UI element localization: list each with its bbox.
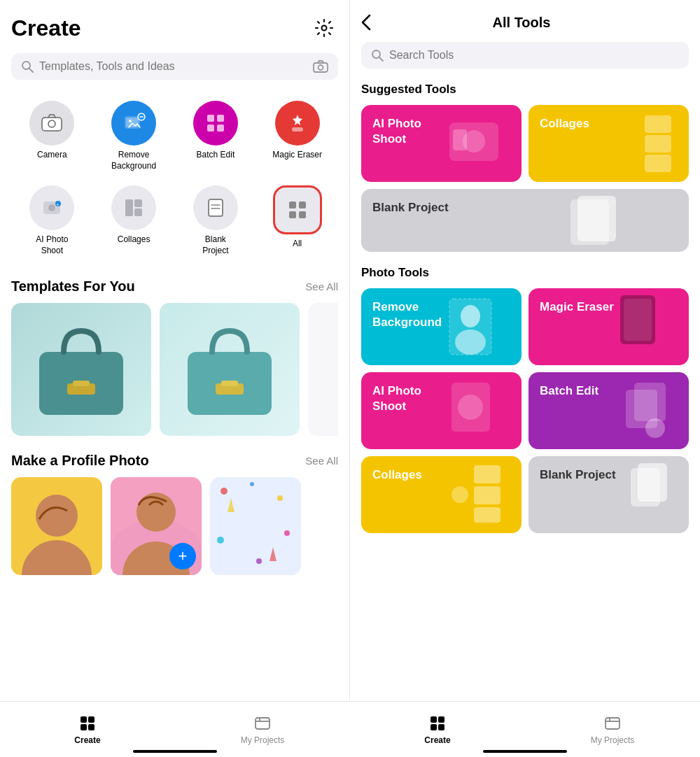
- svg-rect-15: [217, 125, 224, 132]
- back-button[interactable]: [361, 14, 371, 31]
- svg-point-73: [458, 395, 483, 420]
- collages-2-card-label: Collages: [372, 467, 422, 483]
- all-tool-icon: [273, 185, 322, 234]
- tool-ai-photo-shoot[interactable]: + AI PhotoShoot: [11, 180, 93, 262]
- collages-2-svg: [446, 460, 509, 530]
- right-create-nav-icon: [428, 714, 447, 733]
- svg-rect-33: [73, 381, 90, 386]
- profile-see-all[interactable]: See All: [305, 455, 338, 467]
- projects-nav-label: My Projects: [241, 735, 285, 745]
- create-nav-label: Create: [74, 735, 100, 745]
- ai-photo-shoot-label: AI PhotoShoot: [36, 234, 68, 256]
- search-icon: [21, 60, 34, 73]
- photo-magic-eraser[interactable]: Magic Eraser: [528, 288, 689, 365]
- remove-bg-svg: [122, 111, 146, 135]
- svg-rect-85: [430, 724, 437, 730]
- ai-photo-shoot-2-svg: [446, 376, 509, 446]
- template-card-2[interactable]: [160, 303, 300, 436]
- suggested-collages[interactable]: Collages: [528, 105, 689, 182]
- blank-project-icon: [193, 185, 238, 230]
- svg-rect-30: [299, 211, 306, 218]
- right-home-indicator: [483, 746, 567, 753]
- tool-magic-eraser[interactable]: Magic Eraser: [256, 95, 338, 177]
- svg-rect-27: [289, 201, 296, 208]
- svg-rect-54: [255, 718, 270, 729]
- right-search-input[interactable]: [389, 49, 679, 62]
- svg-text:+: +: [57, 202, 59, 206]
- remove-bg-card-img: [433, 288, 522, 365]
- collages-svg: [122, 197, 145, 219]
- svg-rect-14: [207, 125, 214, 132]
- ai-photo-shoot-img: [433, 105, 522, 182]
- tool-remove-background[interactable]: RemoveBackground: [93, 95, 175, 177]
- svg-rect-78: [474, 486, 500, 504]
- photo-batch-edit[interactable]: Batch Edit: [528, 372, 689, 449]
- svg-rect-71: [624, 299, 652, 341]
- search-input[interactable]: [39, 60, 307, 73]
- right-search-icon: [371, 49, 384, 62]
- remove-bg-icon: [111, 101, 156, 146]
- svg-point-9: [129, 120, 132, 122]
- svg-point-46: [250, 482, 254, 486]
- svg-rect-87: [606, 718, 620, 729]
- tool-blank-project[interactable]: BlankProject: [175, 180, 257, 262]
- right-bottom-nav: Create My Projects: [350, 701, 700, 757]
- all-svg: [286, 199, 309, 221]
- profile-img-1: [11, 477, 102, 575]
- ai-photo-shoot-2-img: [433, 372, 522, 449]
- tool-batch-edit[interactable]: Batch Edit: [175, 95, 257, 177]
- photo-remove-bg[interactable]: RemoveBackground: [361, 288, 522, 365]
- svg-point-80: [451, 486, 468, 503]
- photo-blank-project[interactable]: Blank Project: [528, 456, 689, 533]
- template-card-3[interactable]: [308, 303, 338, 436]
- svg-rect-22: [134, 199, 142, 207]
- camera-tool-icon: [29, 101, 74, 146]
- tool-all[interactable]: All: [256, 180, 338, 262]
- photo-ai-photo-shoot[interactable]: AI PhotoShoot: [361, 372, 522, 449]
- templates-title: Templates For You: [11, 278, 135, 295]
- blank-project-2-svg: [613, 460, 676, 530]
- svg-point-0: [322, 26, 327, 31]
- svg-point-49: [256, 558, 262, 564]
- tool-camera[interactable]: Camera: [11, 95, 93, 177]
- profile-card-3[interactable]: [210, 477, 301, 575]
- collages-img: [601, 105, 689, 182]
- batch-edit-card-label: Batch Edit: [540, 383, 598, 399]
- collages-card-label: Collages: [540, 116, 589, 132]
- search-bar[interactable]: [11, 53, 338, 80]
- collages-card-img: [610, 108, 680, 178]
- magic-eraser-card-label: Magic Eraser: [540, 299, 614, 315]
- batch-edit-card-img: [601, 372, 689, 449]
- settings-button[interactable]: [310, 14, 338, 42]
- all-tools-title: All Tools: [379, 15, 664, 31]
- svg-rect-84: [438, 716, 444, 723]
- svg-rect-24: [209, 199, 223, 216]
- templates-see-all[interactable]: See All: [305, 281, 338, 292]
- collages-label: Collages: [118, 234, 150, 246]
- svg-rect-61: [453, 129, 467, 150]
- svg-rect-36: [221, 381, 238, 386]
- photo-collages[interactable]: Collages: [361, 456, 522, 533]
- camera-search-button[interactable]: [313, 60, 328, 73]
- template-card-1[interactable]: [11, 303, 151, 436]
- magic-eraser-icon: [275, 101, 320, 146]
- handbag-img-1: [25, 313, 137, 425]
- svg-point-57: [372, 50, 380, 58]
- svg-point-45: [277, 495, 283, 501]
- svg-line-2: [29, 69, 33, 72]
- back-chevron-icon: [361, 14, 371, 31]
- suggested-blank-project[interactable]: Blank Project: [361, 189, 689, 252]
- profile-title: Make a Profile Photo: [11, 453, 149, 469]
- suggested-tools-grid: AI PhotoShoot Collages: [361, 105, 689, 252]
- svg-rect-21: [125, 199, 133, 216]
- profile-card-1[interactable]: [11, 477, 102, 575]
- svg-point-47: [284, 530, 290, 536]
- blank-project-img: [509, 189, 689, 252]
- tool-collages[interactable]: Collages: [93, 180, 175, 262]
- right-search-bar[interactable]: [361, 42, 689, 69]
- suggested-ai-photo-shoot[interactable]: AI PhotoShoot: [361, 105, 522, 182]
- create-nav-icon: [78, 714, 97, 733]
- profile-card-2[interactable]: +: [111, 477, 202, 575]
- collages-2-card-img: [433, 456, 522, 533]
- collages-icon: [111, 185, 156, 230]
